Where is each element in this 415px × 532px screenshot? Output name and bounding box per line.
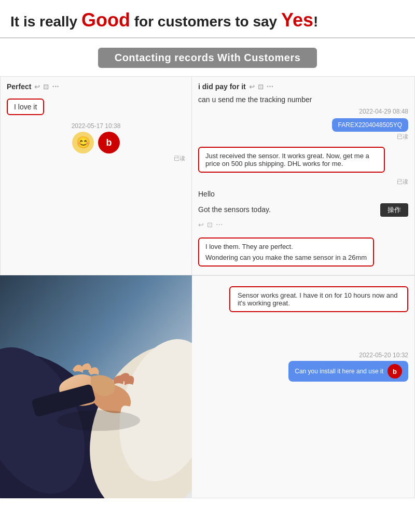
reply-icon-3[interactable]: ↩	[198, 221, 204, 229]
tracking-num-text: FAREX2204048505YQ	[338, 121, 402, 129]
svg-point-7	[57, 410, 140, 431]
spacer	[198, 317, 408, 348]
header-section: It is really Good for customers to say Y…	[0, 0, 415, 38]
i-love-it-bubble: I love it	[7, 99, 44, 115]
got-sensors-row: Got the sensors today. 操作	[198, 202, 408, 217]
bottom-timestamp: 2022-05-20 10:32	[198, 352, 408, 359]
left-yidu: 已读	[7, 155, 185, 162]
section-title-wrapper: Contacting records With Customers	[0, 48, 415, 68]
header-text-before-good: It is really	[10, 13, 81, 30]
got-sensors-text: Got the sensors today.	[198, 205, 271, 214]
install-text: Can you install it here and use it	[295, 368, 383, 375]
b-avatar-icon: b	[106, 137, 112, 148]
sensor-works-bubble: Sensor works great. I have it on for 10 …	[229, 286, 408, 312]
bottom-right-chat: Sensor works great. I have it on for 10 …	[192, 275, 415, 498]
sensor-works-text: Sensor works great. I have it on for 10 …	[238, 291, 398, 307]
more-icon-3[interactable]: ···	[216, 220, 223, 229]
save-icon-right[interactable]: ⊡	[258, 83, 264, 91]
handshake-svg	[0, 275, 192, 498]
just-received-bubble: Just received the sensor. It works great…	[198, 147, 385, 173]
install-row: Can you install it here and use it b	[198, 360, 408, 383]
love-them-text: I love them. They are perfect.	[205, 243, 367, 250]
caozuo-button[interactable]: 操作	[380, 203, 408, 217]
bottom-section: Sensor works great. I have it on for 10 …	[0, 275, 415, 498]
left-timestamp: 2022-05-17 10:38	[7, 122, 185, 130]
left-chat-panel: Perfect ↩ ⊡ ··· I love it 2022-05-17 10:…	[0, 76, 192, 275]
reply-icon-right[interactable]: ↩	[249, 83, 255, 91]
love-them-text-bubble: I love them. They are perfect. Wondering…	[198, 237, 374, 267]
b-avatar-bottom: b	[388, 364, 402, 379]
section-title: Contacting records With Customers	[98, 48, 317, 68]
tracking-bubble: FAREX2204048505YQ	[332, 118, 408, 132]
header-yes: Yes	[281, 9, 313, 31]
header-exclamation: !	[313, 13, 318, 30]
reply-icon[interactable]: ↩	[34, 83, 40, 91]
smiley-icon: 😊	[76, 136, 90, 149]
right-chat-header: i did pay for it ↩ ⊡ ···	[198, 82, 408, 91]
right-sender-name: i did pay for it	[198, 82, 246, 91]
right-timestamp-1: 2022-04-29 08:48	[198, 108, 408, 115]
handshake-image	[0, 275, 192, 498]
more-icon-right[interactable]: ···	[267, 82, 273, 91]
right-yidu-1: 已读	[198, 133, 408, 141]
left-chat-header: Perfect ↩ ⊡ ···	[7, 82, 185, 91]
i-love-it-text: I love it	[14, 103, 37, 111]
b-label-bottom: b	[393, 368, 397, 375]
left-sender-name: Perfect	[7, 82, 31, 91]
smiley-avatar: 😊	[72, 132, 94, 153]
action-icons-row: ↩ ⊡ ···	[198, 220, 408, 229]
save-icon[interactable]: ⊡	[43, 83, 49, 91]
tracking-row: FAREX2204048505YQ	[198, 116, 408, 133]
top-chat-panels: Perfect ↩ ⊡ ··· I love it 2022-05-17 10:…	[0, 76, 415, 275]
avatars-row: 😊 b	[7, 132, 185, 153]
header-text-after-good: for customers to say	[130, 13, 281, 30]
install-bubble: Can you install it here and use it b	[288, 361, 408, 382]
just-received-text: Just received the sensor. It works great…	[205, 152, 369, 167]
hello-msg: Hello	[198, 190, 408, 198]
love-them-bubble: I love them. They are perfect. Wondering…	[198, 234, 408, 270]
right-yidu-2: 已读	[198, 178, 408, 186]
wondering-text: Wondering can you make the same sensor i…	[205, 254, 367, 261]
header-text: It is really Good for customers to say Y…	[10, 13, 318, 30]
right-chat-panel: i did pay for it ↩ ⊡ ··· can u send me t…	[192, 76, 415, 275]
more-icon[interactable]: ···	[52, 82, 59, 91]
can-u-send-msg: can u send me the tracking number	[198, 95, 408, 104]
header-good: Good	[81, 9, 130, 31]
b-avatar-left: b	[98, 132, 120, 153]
save-icon-3[interactable]: ⊡	[207, 221, 213, 229]
